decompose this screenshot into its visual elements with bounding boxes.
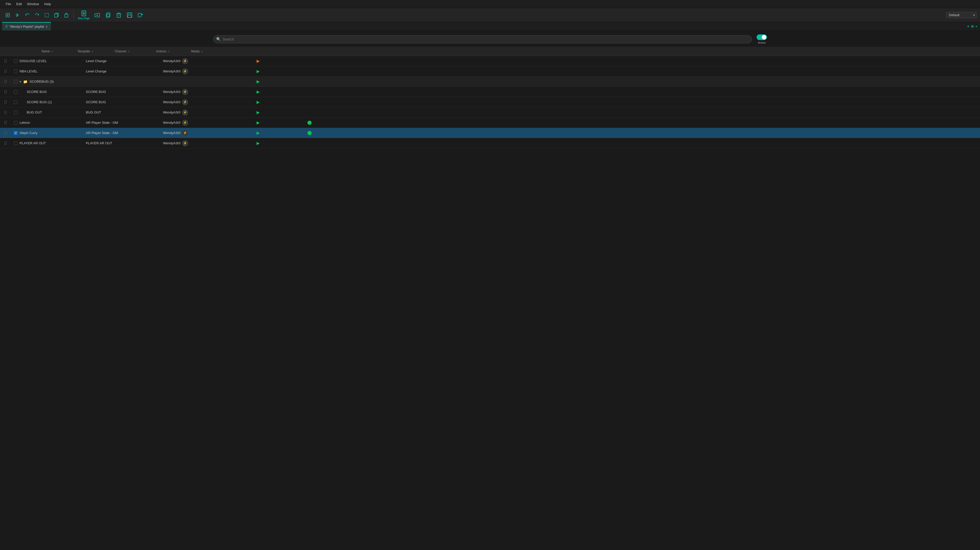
play-button[interactable]: ▶ xyxy=(256,89,260,94)
cut-button[interactable] xyxy=(42,11,51,19)
menu-file[interactable]: File xyxy=(3,2,14,6)
tab-close-button[interactable]: × xyxy=(46,25,48,29)
drag-handle[interactable] xyxy=(0,138,11,148)
play-button[interactable]: ▶ xyxy=(256,120,260,125)
toggle-thumb xyxy=(762,35,766,40)
play-button[interactable]: ▶ xyxy=(256,69,260,74)
th-drag xyxy=(0,47,11,56)
template-value: AR Player State - GM xyxy=(86,131,118,135)
row-name-label: SCORE BUG (1) xyxy=(27,100,52,104)
table-row[interactable]: SCORE BUG (1)SCORE BUG WendyA3r0 ⚡ ▶ xyxy=(0,97,980,107)
cell-name: ▾📁SCOREBUG (3) xyxy=(11,76,83,87)
add-item-button[interactable] xyxy=(13,11,22,19)
drag-handle[interactable] xyxy=(0,87,11,97)
layout-dropdown[interactable]: Default Custom Template xyxy=(946,12,977,18)
drag-handle[interactable] xyxy=(0,76,11,87)
checkbox[interactable] xyxy=(14,80,18,84)
folder-icon: 📁 xyxy=(23,79,27,84)
th-media-menu-icon[interactable]: ≡ xyxy=(201,50,202,53)
table-row[interactable]: NBA LEVELLevel Change WendyA3r0 ⚡ ▶ xyxy=(0,66,980,76)
drag-handle[interactable] xyxy=(0,128,11,138)
cell-channel: WendyA3r0 ⚡ xyxy=(161,107,232,117)
duplicate-button[interactable] xyxy=(103,11,113,19)
cell-media xyxy=(284,66,335,76)
new-page-button[interactable]: New Page xyxy=(76,10,91,20)
play-button[interactable]: ▶ xyxy=(256,110,260,115)
group-chevron[interactable]: ▾ xyxy=(19,80,21,84)
table-row[interactable]: LebronAR Player State - GM WendyA3r0 ⚡ ▶ xyxy=(0,117,980,128)
paste-button[interactable] xyxy=(62,11,71,19)
table-header: Name ≡ Template ≡ Channel ≡ Actions ≡ Me… xyxy=(0,47,980,56)
drag-handle[interactable] xyxy=(0,56,11,66)
tab-drag-icon: ⠿ xyxy=(5,25,8,29)
save-button[interactable] xyxy=(125,11,134,19)
tab-label: "Wendy's Playlist" playlist xyxy=(9,25,44,29)
search-wrapper: 🔍 xyxy=(213,35,752,43)
undo-button[interactable] xyxy=(22,11,32,19)
play-button[interactable]: ▶ xyxy=(256,100,260,105)
tab-add-icon[interactable]: + xyxy=(967,24,969,29)
playlist-tab[interactable]: ⠿ "Wendy's Playlist" playlist × xyxy=(2,22,51,30)
checkbox[interactable] xyxy=(14,90,18,94)
play-button[interactable]: ▶ xyxy=(256,130,260,135)
layout-dropdown-wrapper[interactable]: Default Custom Template ▾ xyxy=(946,12,977,18)
export-button[interactable] xyxy=(135,11,145,19)
tab-expand-icon[interactable]: ⊞ xyxy=(971,24,974,28)
th-name-menu-icon[interactable]: ≡ xyxy=(51,50,53,53)
drag-handle[interactable] xyxy=(0,107,11,117)
table-row[interactable]: SCORE BUGSCORE BUG WendyA3r0 ⚡ ▶ xyxy=(0,87,980,97)
drag-handle[interactable] xyxy=(0,117,11,128)
svg-rect-9 xyxy=(65,14,68,17)
play-button[interactable]: ▶ xyxy=(256,59,260,63)
new-folder-button[interactable] xyxy=(92,11,102,19)
svg-rect-17 xyxy=(117,14,121,17)
copy-button[interactable] xyxy=(52,11,61,19)
menu-help[interactable]: Help xyxy=(41,2,54,6)
cell-template: SCORE BUG xyxy=(83,87,161,97)
redo-button[interactable] xyxy=(32,11,41,19)
active-toggle[interactable]: Active xyxy=(757,35,767,44)
table-row[interactable]: PLAYER AR OUTPLAYER AR OUT WendyA3r0 ⚡ ▶ xyxy=(0,138,980,148)
play-button[interactable]: ▶ xyxy=(256,79,260,84)
ue-badge: ⚡ xyxy=(182,99,188,105)
checkbox[interactable] xyxy=(14,111,18,114)
table-row[interactable]: DISGUISE LEVELLevel Change WendyA3r0 ⚡ ▶ xyxy=(0,56,980,66)
delete-button[interactable] xyxy=(114,11,124,19)
toggle-track[interactable] xyxy=(757,35,767,40)
tab-close-all-icon[interactable]: × xyxy=(975,24,977,29)
checkbox[interactable] xyxy=(14,121,18,125)
checkbox[interactable] xyxy=(14,141,18,145)
template-value: Level Change xyxy=(86,69,107,73)
drag-handle[interactable] xyxy=(0,66,11,76)
toolbar: New Page xyxy=(0,8,980,22)
cell-channel: WendyA3r0 ⚡ xyxy=(161,128,232,138)
table-row[interactable]: BUG OUTBUG OUT WendyA3r0 ⚡ ▶ xyxy=(0,107,980,117)
cell-media xyxy=(284,128,335,138)
checkbox[interactable] xyxy=(14,70,18,73)
checkbox[interactable] xyxy=(14,59,18,63)
ue-badge: ⚡ xyxy=(182,140,188,146)
checkbox[interactable]: ✓ xyxy=(14,131,18,135)
cell-actions: ▶ xyxy=(232,76,284,87)
table-row[interactable]: ▾📁SCOREBUG (3) ▶ xyxy=(0,76,980,87)
menu-window[interactable]: Window xyxy=(24,2,41,6)
cell-actions: ▶ xyxy=(232,97,284,107)
th-channel-menu-icon[interactable]: ≡ xyxy=(128,50,129,53)
search-icon: 🔍 xyxy=(216,37,221,41)
menu-edit[interactable]: Edit xyxy=(14,2,24,6)
search-input[interactable] xyxy=(213,35,752,43)
th-name: Name ≡ xyxy=(11,47,83,56)
template-value: PLAYER AR OUT xyxy=(86,141,112,145)
th-name-label: Name xyxy=(41,49,50,53)
th-media: Media ≡ xyxy=(161,47,233,56)
play-button[interactable]: ▶ xyxy=(256,141,260,146)
add-button[interactable] xyxy=(3,11,12,19)
channel-name: WendyA3r0 xyxy=(163,110,180,114)
table-row[interactable]: ✓Steph CurryAR Player State - GM WendyA3… xyxy=(0,128,980,138)
template-value: SCORE BUG xyxy=(86,100,106,104)
new-page-label: New Page xyxy=(78,17,90,20)
drag-handle[interactable] xyxy=(0,97,11,107)
checkbox[interactable] xyxy=(14,100,18,104)
row-name-label: BUG OUT xyxy=(27,110,42,114)
row-name-label: NBA LEVEL xyxy=(19,69,38,73)
